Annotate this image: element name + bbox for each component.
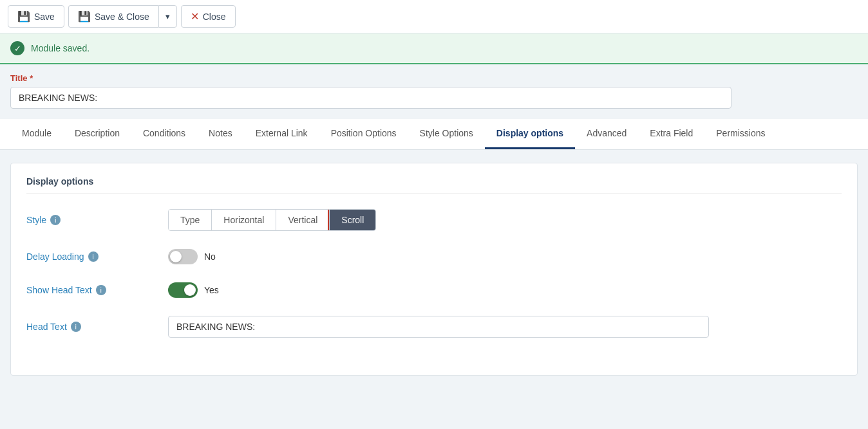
card-title: Display options — [26, 176, 842, 194]
save-button[interactable]: 💾 Save — [8, 5, 64, 28]
show-head-text-info-icon[interactable]: i — [96, 285, 106, 295]
tab-extra-field[interactable]: Extra Field — [638, 119, 704, 149]
tabs-bar: Module Description Conditions Notes Exte… — [0, 119, 868, 150]
style-type-button[interactable]: Type — [169, 210, 212, 230]
tab-display-options[interactable]: Display options — [485, 119, 575, 149]
title-label: Title * — [10, 73, 858, 83]
head-text-input[interactable] — [168, 316, 709, 338]
style-vertical-button[interactable]: Vertical — [276, 210, 330, 230]
success-banner: ✓ Module saved. — [0, 33, 868, 64]
delay-loading-state-label: No — [204, 251, 216, 262]
display-options-card: Display options Style i Type Horizontal … — [10, 163, 858, 376]
save-close-icon: 💾 — [78, 10, 91, 23]
tab-module[interactable]: Module — [10, 119, 63, 149]
style-info-icon[interactable]: i — [50, 215, 61, 225]
tab-external-link[interactable]: External Link — [244, 119, 319, 149]
success-icon: ✓ — [10, 41, 24, 55]
style-scroll-button[interactable]: Scroll — [330, 210, 375, 230]
delay-loading-toggle-wrapper: No — [168, 249, 216, 264]
toolbar: 💾 Save 💾 Save & Close ▾ ✕ Close — [0, 0, 868, 33]
save-close-dropdown[interactable]: ▾ — [158, 5, 177, 28]
success-message: Module saved. — [31, 43, 90, 53]
save-icon: 💾 — [17, 10, 30, 23]
head-text-label: Head Text i — [26, 322, 155, 332]
tab-description[interactable]: Description — [63, 119, 131, 149]
style-button-group-wrapper: Type Horizontal Vertical Scroll — [168, 209, 376, 231]
tab-advanced[interactable]: Advanced — [575, 119, 638, 149]
required-marker: * — [30, 73, 33, 83]
style-button-group: Type Horizontal Vertical Scroll — [168, 209, 376, 231]
tab-permissions[interactable]: Permissions — [704, 119, 777, 149]
style-label: Style i — [26, 215, 155, 225]
show-head-text-toggle-wrapper: Yes — [168, 282, 219, 298]
content-area: Display options Style i Type Horizontal … — [0, 150, 868, 407]
show-head-text-toggle[interactable] — [168, 282, 198, 298]
check-icon: ✓ — [14, 44, 21, 53]
head-text-row: Head Text i — [26, 316, 842, 338]
title-section: Title * — [0, 64, 868, 109]
close-icon: ✕ — [191, 10, 199, 23]
delay-loading-toggle[interactable] — [168, 249, 198, 264]
style-row: Style i Type Horizontal Vertical Scroll — [26, 209, 842, 231]
save-label: Save — [34, 12, 55, 22]
tab-style-options[interactable]: Style Options — [408, 119, 485, 149]
show-head-text-label: Show Head Text i — [26, 285, 155, 295]
tab-notes[interactable]: Notes — [197, 119, 244, 149]
close-button[interactable]: ✕ Close — [181, 5, 236, 28]
close-label: Close — [203, 12, 226, 22]
dropdown-chevron-icon: ▾ — [165, 12, 170, 21]
delay-loading-row: Delay Loading i No — [26, 249, 842, 264]
show-head-text-row: Show Head Text i Yes — [26, 282, 842, 298]
show-head-text-toggle-thumb — [184, 284, 196, 296]
save-close-group: 💾 Save & Close ▾ — [68, 5, 177, 28]
tab-position-options[interactable]: Position Options — [319, 119, 408, 149]
title-input[interactable] — [10, 87, 731, 109]
delay-loading-info-icon[interactable]: i — [88, 251, 99, 262]
delay-loading-toggle-thumb — [170, 251, 182, 262]
save-close-label: Save & Close — [95, 12, 149, 22]
delay-loading-label: Delay Loading i — [26, 251, 155, 262]
tab-conditions[interactable]: Conditions — [131, 119, 197, 149]
style-horizontal-button[interactable]: Horizontal — [212, 210, 276, 230]
head-text-info-icon[interactable]: i — [71, 322, 81, 332]
show-head-text-state-label: Yes — [204, 285, 219, 295]
save-close-button[interactable]: 💾 Save & Close — [68, 5, 158, 28]
